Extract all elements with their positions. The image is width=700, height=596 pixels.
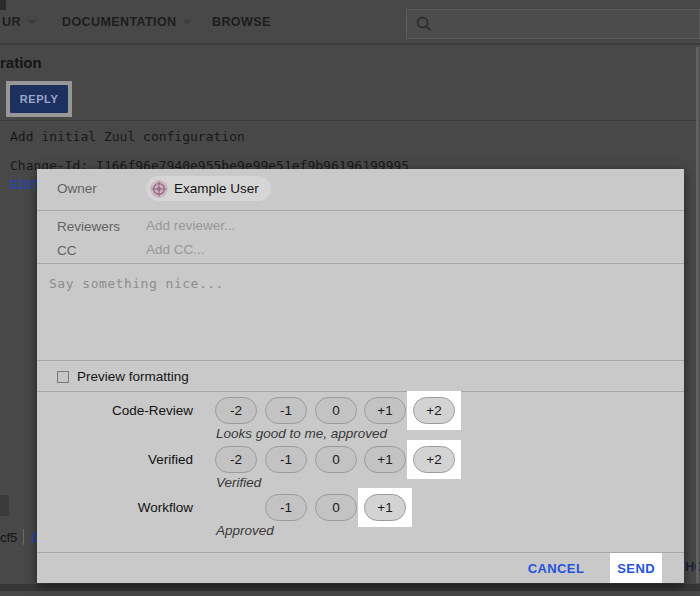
edit-link[interactable]: EDIT	[10, 178, 40, 192]
preview-formatting-label: Preview formatting	[77, 369, 189, 384]
score-hint: Verified	[216, 475, 261, 490]
background-fragment	[0, 495, 9, 516]
vote-button[interactable]: +2	[413, 397, 455, 424]
nav-menu-label: UR	[2, 15, 21, 29]
owner-account-chip[interactable]: Example User	[146, 176, 271, 201]
preview-formatting-checkbox[interactable]	[57, 371, 69, 383]
score-label: Verified	[37, 452, 193, 467]
vote-button[interactable]: -2	[215, 446, 257, 473]
vote-button[interactable]: -2	[215, 397, 257, 424]
commit-message: Add initial Zuul configuration	[10, 129, 245, 144]
bottom-band	[0, 584, 700, 591]
comment-textarea[interactable]	[37, 264, 684, 360]
label-scores-section: Code-Review-2-10+1+2Looks good to me, ap…	[37, 392, 684, 552]
vote-button[interactable]: -1	[265, 397, 307, 424]
score-hint: Looks good to me, approved	[216, 426, 387, 441]
cancel-button[interactable]: CANCEL	[528, 561, 585, 576]
vote-button[interactable]: 0	[315, 446, 357, 473]
add-cc-input[interactable]	[146, 242, 446, 257]
logo-fragment	[0, 0, 6, 10]
nav-menu-label: BROWSE	[212, 15, 271, 29]
dialog-footer: CANCEL SEND	[37, 552, 684, 583]
reply-button[interactable]: REPLY	[10, 85, 68, 113]
avatar	[150, 180, 168, 198]
search-box[interactable]	[406, 9, 700, 39]
vote-button[interactable]: 0	[315, 494, 357, 521]
score-label: Workflow	[37, 500, 193, 515]
reply-dialog: Owner Example User Reviewers CC Pre	[37, 169, 684, 583]
preview-formatting-row: Preview formatting	[37, 360, 684, 392]
page-title-fragment: ration	[0, 54, 42, 71]
reviewers-label: Reviewers	[57, 219, 120, 234]
search-input[interactable]	[433, 17, 699, 32]
score-hint: Approved	[216, 523, 274, 538]
add-reviewer-input[interactable]	[146, 218, 446, 233]
vote-button[interactable]: +2	[413, 446, 455, 473]
section-divider	[0, 120, 700, 121]
screen: UR DOCUMENTATION BROWSE ration REPLY Add…	[0, 0, 700, 596]
nav-menu-documentation[interactable]: DOCUMENTATION	[62, 15, 192, 29]
divider	[37, 210, 684, 211]
vote-button[interactable]: 0	[315, 397, 357, 424]
score-label: Code-Review	[37, 403, 193, 418]
vote-button[interactable]: +1	[364, 494, 406, 521]
owner-name: Example User	[174, 181, 259, 196]
top-nav-bar: UR DOCUMENTATION BROWSE	[0, 0, 700, 45]
vote-button[interactable]: +1	[364, 446, 406, 473]
vote-button[interactable]: -1	[265, 446, 307, 473]
commit-sha-fragment: cf5	[0, 530, 17, 545]
chevron-down-icon	[27, 20, 37, 25]
divider	[23, 529, 24, 545]
nav-menu-browse[interactable]: BROWSE	[212, 15, 271, 29]
comment-area	[37, 263, 684, 360]
cc-label: CC	[57, 243, 77, 258]
owner-label: Owner	[57, 181, 97, 196]
vote-button[interactable]: +1	[364, 397, 406, 424]
nav-menu-label: DOCUMENTATION	[62, 15, 176, 29]
nav-menu-your[interactable]: UR	[2, 15, 37, 29]
send-button-highlight: SEND	[610, 553, 662, 583]
vote-button[interactable]: -1	[265, 494, 307, 521]
search-icon	[415, 15, 433, 33]
commit-sha-row: cf5 D	[0, 529, 41, 545]
scrollbar[interactable]	[696, 47, 699, 583]
reply-button-highlight: REPLY	[6, 81, 72, 117]
send-button[interactable]: SEND	[617, 561, 655, 576]
chevron-down-icon	[182, 20, 192, 25]
